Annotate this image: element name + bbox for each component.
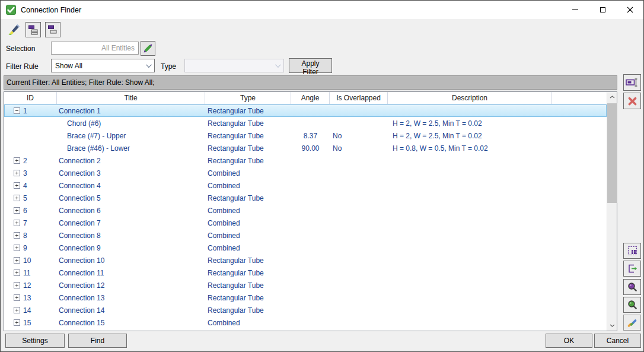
cell-overlapped [330, 229, 388, 242]
expand-icon[interactable] [14, 282, 20, 288]
table-row[interactable]: 6Connection 6Combined [4, 204, 607, 217]
table-row[interactable]: Brace (#46) - LowerRectangular Tube90.00… [4, 142, 607, 154]
table-row[interactable]: 3Connection 3Combined [4, 167, 607, 179]
select-on-model-button[interactable] [623, 243, 641, 259]
collapse-icon[interactable] [14, 107, 20, 114]
table-row[interactable]: 5Connection 5Rectangular Tube [4, 192, 607, 204]
cell-overlapped [330, 192, 388, 204]
cell-overlapped [330, 242, 388, 254]
export-icon [627, 264, 637, 274]
expand-icon[interactable] [14, 232, 20, 239]
cell-title: Connection 13 [57, 291, 205, 304]
expand-icon[interactable] [14, 195, 20, 201]
cell-type: Combined [205, 167, 291, 179]
expand-icon[interactable] [14, 182, 20, 189]
expand-icon[interactable] [14, 307, 20, 313]
table-row[interactable]: 12Connection 12Rectangular Tube [4, 279, 607, 291]
scroll-up-button[interactable] [607, 92, 617, 102]
column-header-overlapped[interactable]: Is Overlapped [330, 92, 388, 104]
cell-description: H = 0.8, W = 0.5, Min T = 0.02 [388, 142, 552, 154]
cell-title: Connection 9 [57, 242, 205, 254]
expand-icon[interactable] [14, 157, 20, 164]
show-results-button[interactable] [623, 315, 641, 331]
pick-selection-button[interactable] [141, 41, 155, 56]
selection-input[interactable] [51, 42, 139, 55]
column-header-type[interactable]: Type [205, 92, 291, 104]
expand-icon[interactable] [14, 245, 20, 251]
maximize-button[interactable] [589, 1, 616, 19]
scroll-down-button[interactable] [607, 321, 617, 331]
cell-filler [552, 204, 607, 217]
table-row[interactable]: 14Connection 14Rectangular Tube [4, 304, 607, 316]
expand-icon[interactable] [14, 170, 20, 176]
cell-overlapped [330, 104, 388, 117]
zoom-purple-button[interactable] [623, 279, 641, 295]
table-row[interactable]: 13Connection 13Rectangular Tube [4, 291, 607, 304]
cell-overlapped [330, 167, 388, 179]
cell-id: 13 [4, 291, 57, 304]
table-row[interactable]: 1Connection 1Rectangular Tube [4, 104, 607, 117]
expand-icon[interactable] [14, 220, 20, 226]
app-checkmark-icon [6, 5, 16, 15]
ok-button[interactable]: OK [546, 334, 592, 348]
table-row[interactable]: 4Connection 4Combined [4, 179, 607, 192]
table-row[interactable]: 15Connection 15Combined [4, 316, 607, 329]
table-row[interactable]: 9Connection 9Combined [4, 242, 607, 254]
cell-id: 12 [4, 279, 57, 291]
cell-title: Brace (#7) - Upper [57, 129, 205, 142]
scrollbar-thumb[interactable] [607, 103, 617, 203]
cell-title: Brace (#46) - Lower [57, 142, 205, 154]
table-row[interactable]: 2Connection 2Rectangular Tube [4, 154, 607, 167]
cell-angle [291, 242, 330, 254]
column-header-id[interactable]: ID [4, 92, 57, 104]
column-header-title[interactable]: Title [57, 92, 205, 104]
cell-type: Combined [205, 204, 291, 217]
settings-button[interactable]: Settings [5, 334, 65, 348]
cell-id: 9 [4, 242, 57, 254]
minimize-button[interactable] [562, 1, 589, 19]
cell-description [388, 316, 552, 329]
column-header-angle[interactable]: Angle [291, 92, 330, 104]
cell-id: 4 [4, 179, 57, 192]
find-button[interactable]: Find [68, 334, 127, 348]
expand-icon[interactable] [14, 207, 20, 214]
cancel-button[interactable]: Cancel [594, 334, 641, 348]
table-row[interactable]: 11Connection 11Rectangular Tube [4, 267, 607, 279]
expand-icon[interactable] [14, 257, 20, 264]
cell-description [388, 167, 552, 179]
cell-description [388, 242, 552, 254]
expand-all-button[interactable] [25, 22, 41, 37]
cell-type: Rectangular Tube [205, 267, 291, 279]
filter-rule-dropdown[interactable]: Show All [51, 59, 155, 72]
table-row[interactable]: 10Connection 10Rectangular Tube [4, 254, 607, 267]
column-header-description[interactable]: Description [388, 92, 552, 104]
expand-icon[interactable] [14, 319, 20, 326]
export-button[interactable] [623, 261, 641, 277]
expand-icon[interactable] [14, 269, 20, 276]
cell-overlapped [330, 316, 388, 329]
table-row[interactable]: 8Connection 8Combined [4, 229, 607, 242]
highlight-brush-icon [7, 23, 21, 37]
cell-title: Connection 12 [57, 279, 205, 291]
cell-overlapped [330, 254, 388, 267]
cell-title: Connection 3 [57, 167, 205, 179]
close-button[interactable] [616, 1, 643, 19]
expand-icon[interactable] [14, 294, 20, 301]
table-row[interactable]: Brace (#7) - UpperRectangular Tube8.37No… [4, 129, 607, 142]
zoom-green-button[interactable] [623, 297, 641, 313]
vertical-scrollbar[interactable] [607, 92, 617, 331]
maximize-icon [600, 7, 605, 12]
apply-filter-button[interactable]: Apply Filter [289, 58, 332, 73]
cell-angle [291, 179, 330, 192]
table-row[interactable]: Chord (#6)Rectangular TubeH = 2, W = 2.5… [4, 117, 607, 129]
highlight-brush-button[interactable] [6, 22, 21, 37]
delete-button[interactable] [623, 93, 641, 109]
collapse-all-button[interactable] [45, 22, 60, 37]
cell-filler [552, 279, 607, 291]
table-row[interactable]: 7Connection 7Combined [4, 217, 607, 229]
cell-description [388, 291, 552, 304]
rename-button[interactable] [623, 74, 641, 91]
cell-title: Connection 7 [57, 217, 205, 229]
cell-angle [291, 254, 330, 267]
cell-type: Rectangular Tube [205, 192, 291, 204]
